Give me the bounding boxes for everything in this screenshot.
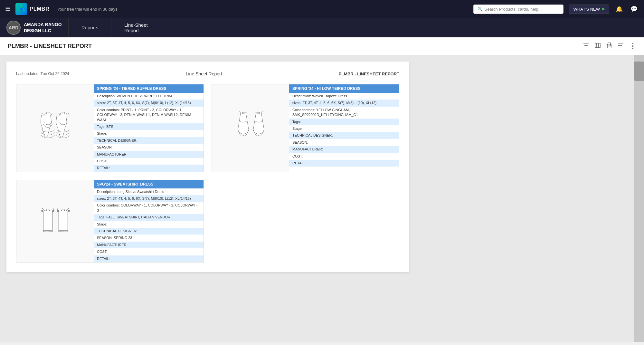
notification-dot (602, 8, 604, 10)
company-area: ARD AMANDA RANGO DESIGN LLC (0, 18, 69, 37)
trial-text: Your free trial will end in 36 days (57, 7, 118, 12)
product-tech-2: TECHNICAL DESIGNER: (289, 132, 399, 139)
top-navigation: ☰ PLMBR Your free trial will end in 36 d… (0, 0, 644, 18)
report-page: Last updated: Tue Oct 22 2024 Line Sheet… (6, 62, 409, 272)
product-card-2: SPRING '24 - HI LOW TEIRED DRESS Descrip… (212, 84, 399, 172)
product-desc-3: Description: Long Sleeve Sweatshirt Dres… (94, 188, 204, 195)
product-tech-1: TECHNICAL DESIGNER: (94, 137, 204, 144)
logo-area: PLMBR (15, 3, 50, 15)
sort-icon[interactable] (618, 42, 624, 50)
svg-line-24 (255, 112, 257, 113)
svg-rect-5 (595, 43, 597, 48)
report-page-header: Last updated: Tue Oct 22 2024 Line Sheet… (16, 71, 399, 76)
product-colors-1: Color combos: PRINT - 1, PRINT - 2, COLO… (94, 107, 204, 123)
search-bar[interactable]: 🔍 Search Products, cards, help... (473, 5, 564, 14)
svg-point-1 (20, 7, 23, 11)
svg-point-26 (46, 209, 49, 211)
svg-line-21 (239, 112, 242, 113)
svg-rect-7 (599, 43, 600, 48)
product-tags-1: Tags: BTS (94, 123, 204, 130)
svg-rect-28 (52, 211, 54, 212)
svg-line-18 (58, 113, 60, 115)
product-info-2: SPRING '24 - HI LOW TEIRED DRESS Descrip… (289, 84, 399, 172)
svg-point-14 (46, 112, 49, 114)
product-info-1: SPRING '24 - TIERED RUFFLE DRESS Descrip… (94, 84, 204, 172)
product-title-1: SPRING '24 - TIERED RUFFLE DRESS (94, 84, 204, 93)
chat-icon[interactable]: 💬 (629, 4, 639, 14)
product-cost-2: COST: (289, 153, 399, 160)
whats-new-button[interactable]: WHAT'S NEW (569, 5, 609, 14)
product-sizes-2: sizes: 2T, 3T, 4T, 4, 5, 6, 6X, S(7), M(… (289, 100, 399, 106)
breadcrumb-bar: ARD AMANDA RANGO DESIGN LLC Reports Line… (0, 18, 644, 37)
product-colors-2: Color combos: YELLOW GINGHAM, SMK_SP2200… (289, 107, 399, 119)
product-sizes-1: sizes: 2T, 3T, 4T, 4, 5, 6, 6X, S(7), M(… (94, 100, 204, 106)
company-name: AMANDA RANGO DESIGN LLC (24, 22, 62, 33)
svg-line-22 (245, 112, 247, 113)
product-image-1 (16, 84, 94, 172)
avatar: ARD (6, 21, 21, 35)
product-image-2 (212, 84, 289, 172)
svg-point-10 (611, 45, 611, 46)
product-mfr-2: MANUFACTURER: (289, 146, 399, 153)
product-season-2: SEASON: (289, 139, 399, 146)
svg-rect-8 (607, 46, 611, 48)
svg-line-25 (260, 112, 263, 113)
product-colors-3: Color combos: COLORWAY - 1, COLORWAY - 2… (94, 202, 204, 214)
scroll-handle[interactable] (634, 62, 644, 81)
columns-icon[interactable] (594, 42, 601, 50)
dress-sketch-1 (41, 110, 70, 146)
whats-new-label: WHAT'S NEW (573, 7, 600, 12)
product-tags-3: Tags: FALL, SWEATSHIRT, ITALIAN VENDOR (94, 214, 204, 221)
product-retail-2: RETAIL: (289, 160, 399, 167)
print-icon[interactable] (606, 42, 612, 50)
product-image-3 (16, 180, 94, 262)
products-grid: SPRING '24 - TIERED RUFFLE DRESS Descrip… (16, 84, 399, 263)
main-content: Last updated: Tue Oct 22 2024 Line Sheet… (0, 55, 644, 342)
product-stage-3: Stage: (94, 221, 204, 228)
product-stage-2: Stage: (289, 125, 399, 132)
search-placeholder: Search Products, cards, help... (485, 7, 542, 12)
product-desc-2: Description: Woven Trapeze Dress (289, 93, 399, 100)
svg-point-23 (257, 112, 260, 114)
product-cost-3: COST: (94, 248, 204, 255)
logo-icon (15, 3, 27, 15)
breadcrumb-reports[interactable]: Reports (69, 18, 112, 37)
breadcrumb-linesheet[interactable]: Line-Sheet Report (111, 18, 161, 37)
svg-rect-42 (68, 211, 70, 212)
svg-rect-41 (57, 211, 59, 212)
svg-rect-6 (597, 43, 599, 48)
more-icon[interactable]: ⋮ (629, 42, 636, 50)
notification-icon[interactable]: 🔔 (614, 4, 624, 14)
product-tags-2: Tags: (289, 119, 399, 125)
svg-point-20 (242, 112, 245, 114)
product-info-3: SPG'24 - SWEATSHIRT DRESS Description: L… (94, 180, 204, 262)
dress-sketch-2 (236, 110, 265, 146)
svg-line-15 (43, 113, 45, 115)
product-title-2: SPRING '24 - HI LOW TEIRED DRESS (289, 84, 399, 93)
page-title: PLMBR - LINESHEET REPORT (8, 43, 583, 50)
svg-rect-27 (42, 211, 43, 212)
hamburger-menu-icon[interactable]: ☰ (5, 5, 10, 13)
svg-point-40 (62, 209, 65, 211)
dress-sketch-3 (41, 203, 70, 239)
product-mfr-3: MANUFACTURER: (94, 242, 204, 248)
last-updated: Last updated: Tue Oct 22 2024 (16, 72, 69, 76)
product-card-1: SPRING '24 - TIERED RUFFLE DRESS Descrip… (16, 84, 204, 172)
search-icon: 🔍 (478, 7, 483, 12)
product-season-1: SEASON: (94, 144, 204, 151)
product-tech-3: TECHNICAL DESIGNER: (94, 228, 204, 235)
svg-point-17 (62, 112, 65, 114)
product-title-3: SPG'24 - SWEATSHIRT DRESS (94, 180, 204, 188)
product-retail-1: RETAIL: (94, 165, 204, 171)
report-center-title: Line Sheet Report (186, 71, 222, 76)
product-retail-3: RETAIL: (94, 255, 204, 262)
filter-icon[interactable] (583, 42, 589, 50)
product-cost-1: COST: (94, 158, 204, 165)
scrollbar[interactable] (634, 55, 644, 342)
toolbar-icons: ⋮ (583, 42, 636, 50)
report-area: Last updated: Tue Oct 22 2024 Line Sheet… (0, 55, 634, 342)
product-stage-1: Stage: (94, 130, 204, 137)
product-desc-1: Description: WOVEN DRESS W/RUFFLE TRIM (94, 93, 204, 100)
product-sizes-3: sizes: 2T, 3T, 4T, 4, 5, 6, 6X, S(7), M(… (94, 195, 204, 202)
product-card-3: SPG'24 - SWEATSHIRT DRESS Description: L… (16, 180, 204, 263)
